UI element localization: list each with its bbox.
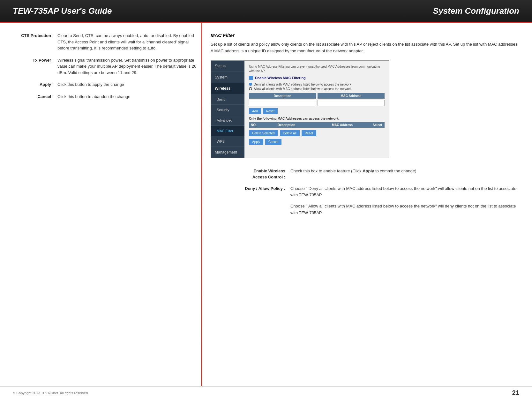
deny-radio-label: Deny all clients with MAC address listed… [254,83,351,86]
add-button[interactable]: Add [249,108,261,114]
cancel-row: Cancel : Click this button to abandon th… [13,94,198,100]
cts-protection-value: Clear to Send, CTS, can be always enable… [57,33,198,51]
deny-allow-param-row: Deny / Allow Policy : Choose " Deny all … [220,185,519,216]
mac-col-desc-header: Description [259,122,314,128]
router-notice-text: Using MAC Address Filtering can prevent … [249,64,385,73]
cancel-button[interactable]: Cancel [265,139,281,145]
main-content: CTS Protection : Clear to Send, CTS, can… [0,23,532,386]
mac-address-input[interactable] [318,100,385,106]
allow-radio-label: Allow all clients with MAC address liste… [254,87,351,91]
header-left-title: TEW-735AP User's Guide [13,6,112,16]
tx-power-label: Tx Power : [13,57,57,76]
sidebar-item-management[interactable]: Management [211,147,244,158]
mac-filter-description: Set up a list of clients and policy allo… [211,41,519,55]
apply-cancel-buttons: Apply Cancel [249,139,385,145]
deny-allow-value: Choose " Deny all clients with MAC addre… [290,185,519,216]
description-input[interactable] [249,100,316,106]
copyright-text: © Copyright 2013 TRENDnet. All rights re… [13,391,89,395]
enable-mac-checkbox[interactable] [249,76,253,80]
input-row [249,100,385,106]
allow-radio-row: Allow all clients with MAC address liste… [249,87,385,91]
router-main-panel: Using MAC Address Filtering can prevent … [244,61,389,158]
apply-row: Apply : Click this button to apply the c… [13,81,198,88]
deny-allow-label: Deny / Allow Policy : [220,185,290,216]
sidebar-item-security[interactable]: Security [211,105,244,115]
sidebar-item-wps[interactable]: WPS [211,136,244,147]
desc-mac-header-row: Description MAC Address [249,93,385,99]
mac-col-no-header: NO. [249,122,259,128]
deny-radio[interactable] [249,83,252,86]
sidebar-item-advanced[interactable]: Advanced [211,115,244,126]
cts-protection-row: CTS Protection : Clear to Send, CTS, can… [13,33,198,51]
allow-radio[interactable] [249,87,252,90]
tx-power-value: Wireless signal transmission power. Set … [57,57,198,76]
sidebar-item-system[interactable]: System [211,72,244,83]
mac-access-notice: Only the following MAC Addresses can acc… [249,117,385,120]
cancel-value: Click this button to abandon the change [57,94,198,100]
cts-protection-label: CTS Protection : [13,33,57,51]
apply-label: Apply : [13,81,57,88]
page-number: 21 [512,389,519,396]
page-header: TEW-735AP User's Guide System Configurat… [0,0,532,23]
sidebar-item-mac-filter[interactable]: MAC Filter [211,126,244,136]
router-sidebar: Status System Wireless Basic Security Ad… [211,61,244,158]
bottom-description: Enable WirelessAccess Control : Check th… [211,168,519,216]
enable-mac-label: Enable Wireless MAC Filtering [255,76,306,80]
deny-allow-line2: Choose " Allow all clients with MAC addr… [290,203,519,216]
mac-table-header: NO. Description MAC Address Select [249,122,385,128]
cancel-label: Cancel : [13,94,57,100]
reset-button-bottom[interactable]: Reset [302,130,316,136]
enable-wireless-label: Enable WirelessAccess Control : [220,168,290,180]
right-column: MAC Filter Set up a list of clients and … [211,33,519,377]
mac-col-mac-header: MAC Address [314,122,370,128]
router-panel: Status System Wireless Basic Security Ad… [211,60,389,158]
sidebar-item-wireless[interactable]: Wireless [211,83,244,94]
apply-bold-text: Apply [363,169,374,173]
mac-filter-title: MAC Filter [211,33,519,38]
deny-allow-line1: Choose " Deny all clients with MAC addre… [290,185,519,199]
mac-header: MAC Address [318,93,385,99]
enable-mac-filtering-row: Enable Wireless MAC Filtering [249,76,385,80]
tx-power-row: Tx Power : Wireless signal transmission … [13,57,198,76]
deny-radio-row: Deny all clients with MAC address listed… [249,83,385,86]
vertical-divider [201,23,202,386]
sidebar-item-status[interactable]: Status [211,61,244,72]
reset-button-top[interactable]: Reset [263,108,278,114]
delete-buttons: Delete Selected Delete All Reset [249,130,385,136]
desc-header: Description [249,93,316,99]
mac-col-sel-header: Select [370,122,385,128]
page-footer: © Copyright 2013 TRENDnet. All rights re… [0,386,532,399]
enable-wireless-param-row: Enable WirelessAccess Control : Check th… [220,168,519,180]
add-reset-buttons: Add Reset [249,108,385,114]
delete-selected-button[interactable]: Delete Selected [249,130,278,136]
sidebar-item-basic[interactable]: Basic [211,94,244,105]
enable-wireless-value: Check this box to enable feature (Click … [290,168,519,180]
delete-all-button[interactable]: Delete All [280,130,300,136]
header-right-title: System Configuration [433,6,519,16]
apply-value: Click this button to apply the change [57,81,198,88]
apply-button[interactable]: Apply [249,139,263,145]
left-column: CTS Protection : Clear to Send, CTS, can… [13,33,198,377]
